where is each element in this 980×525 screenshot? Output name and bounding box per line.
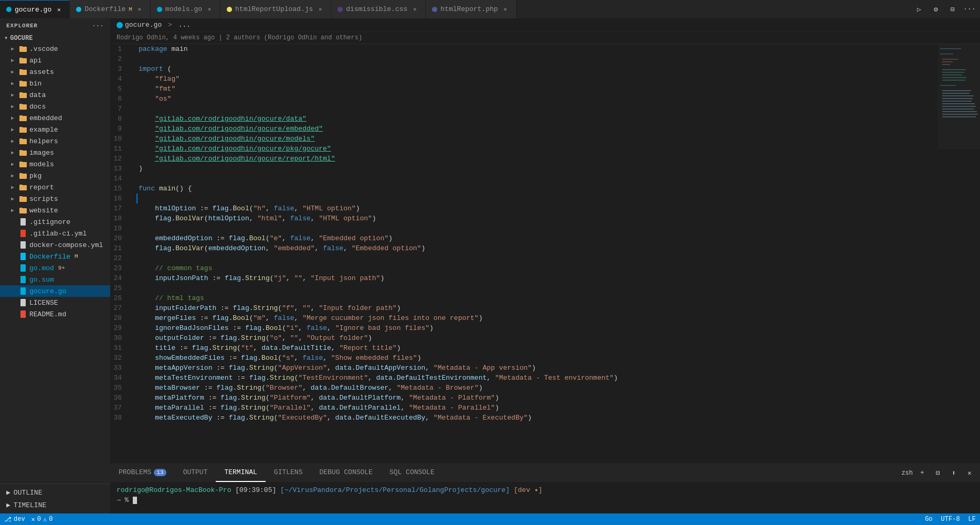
sidebar-item-label: .gitlab-ci.yml: [29, 230, 87, 238]
close-icon[interactable]: ✕: [205, 5, 214, 14]
go-file-icon: [117, 22, 123, 28]
add-terminal-icon[interactable]: +: [916, 467, 929, 479]
status-language[interactable]: Go: [925, 516, 932, 523]
sidebar-item-data[interactable]: ▶ data: [0, 89, 110, 101]
sidebar-item-readme[interactable]: README.md: [0, 308, 110, 320]
sidebar-item-label: website: [29, 207, 58, 215]
close-icon[interactable]: ✕: [410, 5, 419, 14]
tab-debug-console[interactable]: DEBUG CONSOLE: [311, 464, 381, 482]
line-num-5: 5: [110, 84, 128, 94]
tab-output[interactable]: OUTPUT: [175, 464, 216, 482]
chevron-icon: ▶: [8, 195, 17, 203]
line-num-3: 3: [110, 64, 128, 74]
code-line-20: embeddedOption := flag.Bool("e", false, …: [136, 233, 938, 243]
sidebar-item-images[interactable]: ▶ images: [0, 147, 110, 158]
svg-rect-36: [20, 218, 26, 226]
line-num-16: 16: [110, 194, 128, 203]
sidebar-item-gocure-go[interactable]: gocure.go: [0, 285, 110, 297]
tab-htmlReport-php[interactable]: htmlReport.php ✕: [426, 0, 516, 18]
code-line-19: [136, 223, 938, 233]
sidebar-item-go-mod[interactable]: go.mod 9+: [0, 262, 110, 274]
sidebar-item-report[interactable]: ▶ report: [0, 181, 110, 193]
sidebar-item-assets[interactable]: ▶ assets: [0, 66, 110, 78]
outline-section[interactable]: ▶ OUTLINE: [0, 486, 110, 499]
code-lines[interactable]: package main import ( "flag" "fmt" "os": [136, 44, 938, 463]
sidebar-item-example[interactable]: ▶ example: [0, 124, 110, 135]
terminal-content[interactable]: rodrigo@Rodrigos-MacBook-Pro [09:39:05] …: [110, 482, 980, 513]
svg-point-2: [157, 7, 162, 12]
tab-models-go[interactable]: models.go ✕: [151, 0, 220, 18]
status-branch[interactable]: ⎇ dev: [4, 516, 25, 523]
line-num-33: 33: [110, 363, 128, 373]
sidebar-item-models[interactable]: ▶ models: [0, 158, 110, 170]
status-line-ending[interactable]: LF: [968, 516, 976, 523]
code-line-36: metaPlatform := flag.String("Platform", …: [136, 393, 938, 403]
svg-rect-13: [19, 81, 23, 82]
code-container[interactable]: 1 2 3 4 5 6 7 8 9 10 11 12 13 14 15 16 1: [110, 44, 938, 463]
tab-gocure-go[interactable]: gocure.go ✕: [0, 0, 70, 18]
line-num-28: 28: [110, 313, 128, 323]
maximize-panel-icon[interactable]: ⬆: [947, 467, 960, 479]
sidebar-item-api[interactable]: ▶ api: [0, 55, 110, 66]
run-icon[interactable]: ▷: [913, 3, 925, 16]
tab-dismissible-css[interactable]: dismissible.css ✕: [331, 0, 426, 18]
status-bar: ⎇ dev ✕ 0 ⚠ 0 Go UTF-8 LF: [0, 513, 980, 525]
status-encoding[interactable]: UTF-8: [941, 516, 960, 523]
chevron-icon: ▶: [8, 102, 17, 111]
svg-rect-21: [19, 127, 23, 128]
svg-rect-27: [19, 162, 23, 163]
close-icon[interactable]: ✕: [501, 5, 510, 14]
tab-terminal[interactable]: TERMINAL: [216, 464, 265, 482]
sidebar-item-embedded[interactable]: ▶ embedded: [0, 112, 110, 124]
tab-htmlReportUpload-js[interactable]: htmlReportUpload.js ✕: [220, 0, 331, 18]
timeline-section[interactable]: ▶ TIMELINE: [0, 499, 110, 511]
svg-point-4: [338, 7, 343, 12]
status-errors[interactable]: ✕ 0 ⚠ 0: [31, 516, 53, 523]
sidebar-item-label: example: [29, 126, 58, 134]
tab-problems[interactable]: PROBLEMS 13: [110, 464, 175, 482]
split-terminal-icon[interactable]: ⊟: [932, 467, 944, 479]
sidebar-item-helpers[interactable]: ▶ helpers: [0, 135, 110, 147]
sidebar-item-label: pkg: [29, 172, 41, 180]
sidebar-item-label: embedded: [29, 114, 62, 122]
sidebar-item-bin[interactable]: ▶ bin: [0, 78, 110, 89]
close-icon[interactable]: ✕: [55, 5, 63, 14]
line-num-22: 22: [110, 253, 128, 263]
close-icon[interactable]: ✕: [135, 5, 144, 14]
code-line-34: metaTestEnvironment := flag.String("Test…: [136, 373, 938, 383]
chevron-icon: ▶: [8, 183, 17, 191]
sidebar-item-pkg[interactable]: ▶ pkg: [0, 170, 110, 181]
sidebar-item-go-sum[interactable]: go.sum: [0, 274, 110, 285]
sidebar-item-license[interactable]: LICENSE: [0, 297, 110, 308]
sidebar-item-website[interactable]: ▶ website: [0, 205, 110, 216]
svg-rect-41: [20, 276, 26, 283]
folder-icon: [19, 125, 27, 134]
code-and-minimap: 1 2 3 4 5 6 7 8 9 10 11 12 13 14 15 16 1: [110, 44, 980, 463]
sidebar-item-vscode[interactable]: ▶ .vscode: [0, 43, 110, 55]
tab-sql-console[interactable]: SQL CONSOLE: [381, 464, 443, 482]
sidebar-item-label: Dockerfile: [29, 253, 70, 261]
folder-icon: [19, 102, 27, 111]
sidebar-item-gitignore[interactable]: .gitignore: [0, 216, 110, 228]
code-line-23: // common tags: [136, 263, 938, 273]
sidebar-item-dockerfile[interactable]: Dockerfile M: [0, 251, 110, 262]
chevron-icon: ▶: [8, 114, 17, 122]
more-icon[interactable]: ···: [963, 3, 976, 16]
tab-dockerfile[interactable]: Dockerfile M ✕: [70, 0, 151, 18]
sidebar-gocure-section[interactable]: ▾ GOCURE: [0, 33, 110, 43]
split-icon[interactable]: ⊟: [946, 3, 959, 16]
sidebar-item-docs[interactable]: ▶ docs: [0, 101, 110, 112]
cursor-block: [133, 497, 137, 504]
sidebar-item-scripts[interactable]: ▶ scripts: [0, 193, 110, 205]
more-options-icon[interactable]: ···: [92, 23, 104, 29]
line-num-18: 18: [110, 213, 128, 223]
line-num-30: 30: [110, 333, 128, 343]
encoding-name: UTF-8: [941, 516, 960, 523]
sidebar-item-docker-compose[interactable]: docker-compose.yml: [0, 239, 110, 251]
error-badge: 9+: [58, 265, 65, 271]
sidebar-item-gitlab-ci[interactable]: .gitlab-ci.yml: [0, 228, 110, 239]
close-icon[interactable]: ✕: [316, 5, 324, 14]
tab-gitlens[interactable]: GITLENS: [266, 464, 311, 482]
debug-icon[interactable]: ⚙: [930, 3, 942, 16]
close-panel-icon[interactable]: ✕: [963, 467, 976, 479]
